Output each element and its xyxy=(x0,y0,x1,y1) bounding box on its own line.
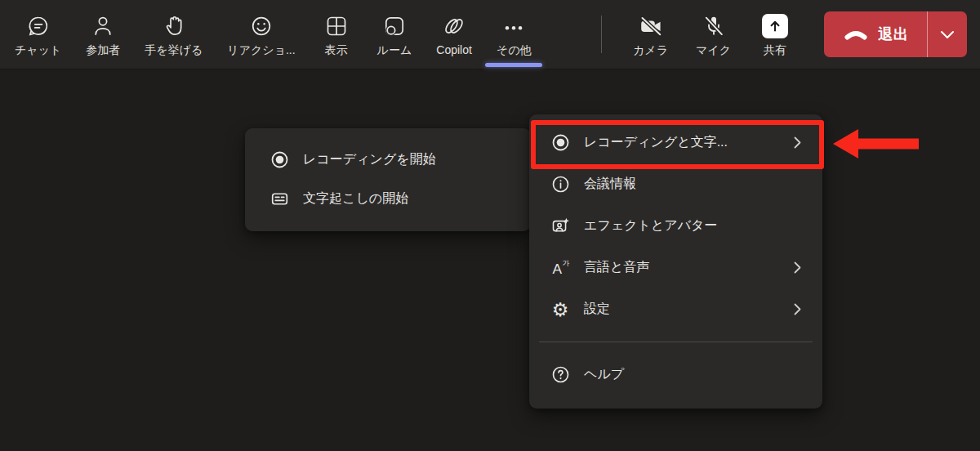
raise-hand-icon xyxy=(162,14,186,38)
language-speech-icon: A 가 xyxy=(550,258,570,278)
reactions-smiley-icon xyxy=(249,14,274,38)
leave-label: 退出 xyxy=(878,25,909,44)
chevron-right-icon xyxy=(794,303,801,315)
menu-item-label: 言語と音声 xyxy=(584,259,649,276)
menu-item-label: エフェクトとアバター xyxy=(584,217,717,234)
meeting-toolbar: チャット 参加者 手を挙げる xyxy=(0,0,980,69)
menu-item-start-recording[interactable]: レコーディングを開始 xyxy=(245,140,531,179)
mic-button[interactable]: マイク xyxy=(689,14,737,56)
menu-item-label: 会議情報 xyxy=(584,176,636,193)
leave-main[interactable]: 退出 xyxy=(824,11,927,57)
raise-hand-label: 手を挙げる xyxy=(145,44,203,56)
participants-icon xyxy=(91,14,115,38)
leave-options-caret[interactable] xyxy=(928,11,967,57)
more-button[interactable]: その他 xyxy=(490,0,538,69)
menu-item-help[interactable]: ヘルプ xyxy=(529,354,822,395)
breakout-rooms-icon xyxy=(382,14,407,38)
info-icon xyxy=(550,175,570,194)
menu-item-start-transcription[interactable]: 文字起こしの開始 xyxy=(245,179,531,218)
reactions-label: リアクショ... xyxy=(227,44,295,56)
rooms-label: ルーム xyxy=(377,44,412,56)
menu-item-settings[interactable]: ⚙ 設定 xyxy=(529,288,822,330)
view-button[interactable]: 表示 xyxy=(314,0,359,69)
annotation-highlight-box xyxy=(531,120,824,169)
menu-item-label: レコーディングを開始 xyxy=(303,151,436,168)
share-arrow-icon xyxy=(762,14,788,38)
copilot-icon xyxy=(441,14,467,38)
mic-label: マイク xyxy=(696,44,731,56)
menu-item-effects-and-avatars[interactable]: エフェクトとアバター xyxy=(529,205,822,247)
chat-button[interactable]: チャット xyxy=(8,0,68,69)
record-icon xyxy=(270,150,289,169)
view-label: 表示 xyxy=(325,44,348,56)
toolbar-divider xyxy=(601,16,602,53)
mic-off-icon xyxy=(702,14,726,38)
view-grid-icon xyxy=(324,14,349,38)
toolbar-left-group: チャット 参加者 手を挙げる xyxy=(0,0,538,69)
hangup-icon xyxy=(844,26,868,42)
effects-avatar-icon xyxy=(550,217,570,236)
copilot-label: Copilot xyxy=(436,44,472,56)
chevron-down-icon xyxy=(940,30,955,39)
help-icon xyxy=(550,365,570,385)
chat-label: チャット xyxy=(15,44,61,56)
rooms-button[interactable]: ルーム xyxy=(371,0,419,69)
meeting-window: チャット 参加者 手を挙げる xyxy=(0,0,980,451)
recording-submenu: レコーディングを開始 文字起こしの開始 xyxy=(245,128,531,231)
settings-gear-icon: ⚙ xyxy=(550,300,570,319)
camera-off-icon xyxy=(638,14,664,38)
share-label: 共有 xyxy=(764,44,786,56)
reactions-button[interactable]: リアクショ... xyxy=(220,0,301,69)
leave-button[interactable]: 退出 xyxy=(824,11,967,57)
transcript-icon xyxy=(270,189,289,208)
more-label: その他 xyxy=(497,44,532,56)
more-active-underline xyxy=(485,63,542,67)
copilot-button[interactable]: Copilot xyxy=(430,0,479,69)
share-button[interactable]: 共有 xyxy=(752,14,798,56)
svg-text:A: A xyxy=(552,261,562,277)
menu-item-label: ヘルプ xyxy=(584,366,624,383)
menu-item-meeting-info[interactable]: 会議情報 xyxy=(529,163,822,205)
participants-label: 参加者 xyxy=(86,44,120,56)
toolbar-right-group: カメラ マイク xyxy=(588,0,980,69)
chat-bubble-icon xyxy=(26,14,51,38)
camera-label: カメラ xyxy=(633,44,668,56)
raise-hand-button[interactable]: 手を挙げる xyxy=(138,0,209,69)
annotation-arrow-left-icon xyxy=(833,128,920,163)
more-ellipsis-icon xyxy=(501,14,526,38)
menu-item-language-and-speech[interactable]: A 가 言語と音声 xyxy=(529,247,822,288)
menu-item-label: 設定 xyxy=(584,301,610,318)
participants-button[interactable]: 参加者 xyxy=(79,0,127,69)
camera-button[interactable]: カメラ xyxy=(626,14,675,56)
menu-divider xyxy=(539,342,813,342)
menu-item-label: 文字起こしの開始 xyxy=(303,190,408,208)
svg-text:가: 가 xyxy=(562,259,569,267)
chevron-right-icon xyxy=(794,261,801,274)
